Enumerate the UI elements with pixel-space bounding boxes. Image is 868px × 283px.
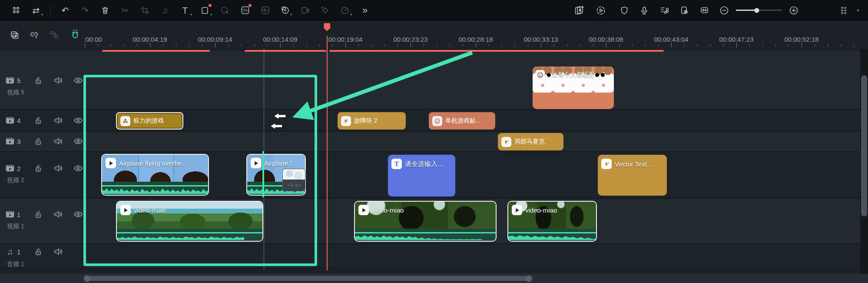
clip-text-input[interactable]: T 请全选输入... [388,155,455,196]
toolbar-divider [50,6,51,15]
clip-vector-text[interactable]: Vector Text... [598,155,667,196]
link-clip-icon[interactable] [27,27,42,42]
zoom-in-icon[interactable] [786,3,801,18]
media-import-icon[interactable]: ⇄▾ [29,3,43,18]
timeline-ruler[interactable]: :00:00 00:00:04:19 00:00:09:14 00:00:14:… [83,21,868,49]
ruler-tick [567,44,567,47]
voiceover-mic-icon[interactable] [637,3,652,18]
ruler-label: 00:00:09:14 [198,36,232,43]
ruler-label: 00:00:38:08 [589,36,623,43]
ai-text-icon[interactable]: TA [238,3,252,18]
effect-icon [501,137,511,147]
timeline-subbar: :00:00 00:00:04:19 00:00:09:14 00:00:14:… [0,21,868,49]
ruler-tick [463,44,463,47]
track-number: 1 [17,248,23,256]
ruler-tick [176,44,176,47]
effect-icon [601,159,612,169]
export-clip-icon[interactable] [572,3,586,18]
lock-icon[interactable] [33,116,43,125]
ruler-tick [502,44,502,47]
layout-caret-icon[interactable]: ▾ [854,3,862,18]
split-scissors-icon[interactable]: ✂ [118,3,133,18]
vertical-scrollbar-handle[interactable] [861,75,867,216]
apps-grid-icon[interactable] [9,3,23,18]
clip-mosaic-effect[interactable]: 局部马赛克 [498,133,563,150]
track-number: 5 [17,77,23,84]
horizontal-scrollbar-handle[interactable] [85,276,531,281]
clip-glitch-effect[interactable]: 故障块 2 [338,112,406,130]
speaker-icon[interactable] [53,247,63,256]
crop-icon[interactable] [138,3,152,18]
audio-track-icon: ♫ [5,247,15,256]
play-icon [512,205,522,215]
eye-icon[interactable] [73,116,83,125]
lock-icon[interactable] [33,76,43,85]
delete-icon[interactable] [98,3,113,18]
timeline-zoom-slider[interactable] [736,3,782,18]
clip-label: 请全选输入... [405,160,443,168]
audio-strip-icon[interactable] [258,3,272,18]
horizontal-scrollbar-track[interactable] [0,274,868,283]
audio-list-icon[interactable] [657,3,672,18]
eye-icon[interactable] [73,137,83,146]
speech-to-text-icon[interactable] [298,3,312,18]
mask-icon[interactable]: ▾ [198,3,212,18]
video-track-icon [5,137,15,146]
eye-icon[interactable] [73,163,83,173]
ruler-tick [554,44,554,47]
clip-label: 局部马赛克 [514,138,545,146]
ruler-tick [371,44,372,47]
fit-timeline-icon[interactable] [697,3,712,18]
track-number: 3 [17,138,23,145]
ruler-label: 00:00:28:18 [458,36,493,43]
shield-icon[interactable] [617,3,632,18]
add-to-track-icon[interactable] [7,27,22,42]
layout-grid-icon[interactable] [837,3,851,18]
redo-icon[interactable]: ↷ [78,3,93,18]
ruler-tick [124,44,124,47]
render-cache-bar [102,50,210,52]
lock-icon[interactable] [33,247,43,256]
video-track-icon [5,210,15,219]
ruler-tick [293,44,294,47]
ruler-tick [111,44,111,47]
clip-cat-sticker[interactable]: 让每个人都感恩 [533,67,614,109]
more-chevrons-icon[interactable]: » [358,3,372,18]
zoom-out-icon[interactable] [717,3,732,18]
eye-icon[interactable] [73,210,83,219]
music-icon[interactable]: ♫ [158,3,172,18]
text-tool-icon[interactable]: T▾ [178,3,192,18]
ruler-tick [828,44,828,47]
ruler-tick [306,44,307,47]
text-to-speech-icon[interactable]: T ▾ [278,3,292,18]
track-label: 视频 2 [7,176,24,184]
render-cache-bar [329,50,664,52]
snap-magnet-icon[interactable] [68,27,83,42]
clip-game-sticker[interactable]: 单机游戏贴... [429,112,495,130]
speaker-icon[interactable] [53,163,63,173]
ruler-tick [319,44,320,47]
ruler-tick [424,44,424,47]
clip-video-miao-3[interactable]: video-miao [507,201,597,242]
ruler-tick [241,44,242,47]
speaker-icon[interactable] [53,116,63,125]
split-track-icon[interactable] [47,27,62,42]
add-keyframe-icon[interactable] [318,3,332,18]
render-preview-icon[interactable] [593,3,608,18]
speaker-icon[interactable] [53,76,63,85]
motion-tracking-icon[interactable] [218,3,232,18]
track-number: 4 [17,117,23,124]
speed-icon[interactable]: ▾ [338,3,352,18]
clip-video-miao-2[interactable]: video-miao [354,201,497,242]
speaker-icon[interactable] [53,210,63,219]
lock-icon[interactable] [33,163,43,173]
lock-icon[interactable] [33,137,43,146]
undo-icon[interactable]: ↶ [58,3,73,18]
speaker-icon[interactable] [53,137,63,146]
lock-icon[interactable] [33,210,43,219]
ruler-tick [384,44,385,47]
screen-mirror-icon[interactable] [677,3,692,18]
svg-text:TA: TA [243,8,248,13]
zoom-slider-knob[interactable] [754,8,759,13]
eye-icon[interactable] [73,76,83,85]
